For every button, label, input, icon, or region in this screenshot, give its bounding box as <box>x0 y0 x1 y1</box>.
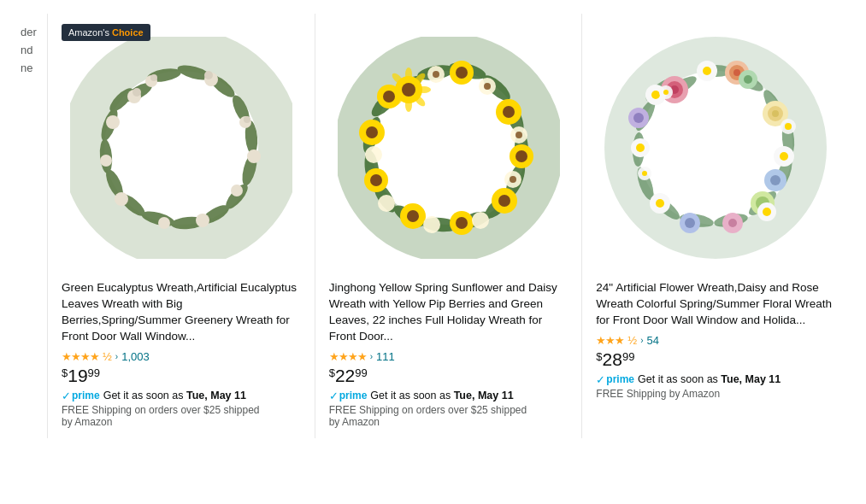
price-dollar-sign-3: $ <box>596 350 602 363</box>
prime-text-2: prime <box>339 390 368 401</box>
shipping-3: FREE Shipping by Amazon <box>596 388 835 400</box>
stars-3: ★★★ <box>596 334 624 347</box>
shipping-line2-2: by Amazon <box>329 416 380 428</box>
wreath-svg-3 <box>604 37 827 259</box>
svg-point-133 <box>744 75 752 84</box>
partial-text-3: ne <box>21 60 44 78</box>
price-cents-1: 99 <box>88 366 100 379</box>
svg-point-25 <box>115 192 128 206</box>
product-title-1[interactable]: Green Eucalyptus Wreath,Artificial Eucal… <box>62 280 301 345</box>
prime-row-3: ✓ prime Get it as soon as Tue, May 11 <box>596 373 835 386</box>
page-wrapper: der nd ne Amazon's Choice <box>0 0 866 504</box>
svg-point-121 <box>656 199 664 208</box>
stars-2: ★★★★ <box>329 350 367 363</box>
svg-point-87 <box>510 176 516 183</box>
svg-point-135 <box>728 219 737 227</box>
prime-check-icon-2: ✓ <box>329 390 339 402</box>
delivery-label-2: Get it as soon as <box>370 390 451 401</box>
product-image-2[interactable] <box>329 24 568 272</box>
svg-point-30 <box>204 71 213 79</box>
shipping-2: FREE Shipping on orders over $25 shipped… <box>329 404 568 428</box>
svg-point-80 <box>472 212 489 229</box>
shipping-line1-3: FREE Shipping by Amazon <box>596 388 720 400</box>
svg-point-140 <box>785 123 792 130</box>
svg-point-139 <box>663 90 669 95</box>
chevron-icon-2: › <box>370 352 373 361</box>
delivery-label-3: Get it as soon as <box>638 373 718 385</box>
partial-text-2: nd <box>21 42 44 60</box>
svg-point-81 <box>423 216 440 233</box>
product-card-1: Amazon's Choice <box>48 14 315 438</box>
svg-point-71 <box>370 174 382 186</box>
prime-row-2: ✓ prime Get it as soon as Tue, May 11 <box>329 390 568 402</box>
svg-point-29 <box>150 74 157 81</box>
svg-point-125 <box>651 91 660 99</box>
price-main-3: 28 <box>603 349 622 369</box>
product-image-1[interactable] <box>62 24 301 272</box>
price-row-1: $1999 <box>62 366 301 384</box>
price-main-1: 19 <box>68 366 87 385</box>
half-star-3: ½ <box>627 334 637 347</box>
rating-count-1[interactable]: 1,003 <box>121 350 150 363</box>
svg-point-49 <box>402 83 415 97</box>
svg-point-85 <box>484 83 491 90</box>
svg-point-53 <box>417 86 431 93</box>
delivery-text-1: Get it as soon as Tue, May 11 <box>103 390 246 401</box>
svg-point-61 <box>503 106 515 118</box>
svg-point-75 <box>383 91 395 103</box>
rating-count-3[interactable]: 54 <box>647 334 659 347</box>
product-title-3[interactable]: 24" Artificial Flower Wreath,Daisy and R… <box>596 280 835 329</box>
products-grid: der nd ne Amazon's Choice <box>0 14 866 438</box>
wreath-svg-1 <box>70 37 292 259</box>
prime-row-1: ✓ prime Get it as soon as Tue, May 11 <box>62 390 301 402</box>
product-card-3: 24" Artificial Flower Wreath,Daisy and R… <box>582 14 849 438</box>
chevron-icon-1: › <box>115 352 118 361</box>
svg-point-51 <box>405 98 412 112</box>
delivery-date-3: Tue, May 11 <box>721 373 781 385</box>
svg-point-82 <box>378 195 395 212</box>
prime-logo-1: ✓ prime <box>62 390 100 402</box>
svg-point-131 <box>633 113 644 123</box>
shipping-1: FREE Shipping on orders over $25 shipped… <box>62 404 301 428</box>
svg-point-22 <box>231 185 243 196</box>
product-image-3[interactable] <box>596 24 835 272</box>
svg-point-27 <box>106 115 120 129</box>
wreath-svg-2 <box>338 37 560 259</box>
shipping-line1-2: FREE Shipping on orders over $25 shipped <box>329 404 527 416</box>
svg-point-141 <box>642 171 647 176</box>
prime-check-icon-3: ✓ <box>596 373 605 386</box>
svg-point-111 <box>772 110 779 117</box>
svg-point-24 <box>158 217 170 229</box>
price-dollar-sign-2: $ <box>329 366 335 379</box>
stars-1: ★★★★ <box>62 350 99 363</box>
product-title-2[interactable]: Jinghong Yellow Spring Sunflower and Dai… <box>329 280 568 345</box>
svg-point-129 <box>685 218 695 228</box>
amazons-label: Amazon's <box>68 27 109 38</box>
prime-check-icon-1: ✓ <box>62 390 71 402</box>
rating-count-2[interactable]: 111 <box>376 350 395 363</box>
delivery-text-2: Get it as soon as Tue, May 11 <box>370 390 513 401</box>
delivery-date-1: Tue, May 11 <box>186 390 246 401</box>
svg-point-31 <box>244 116 250 123</box>
price-cents-2: 99 <box>355 366 367 379</box>
svg-point-119 <box>763 208 771 216</box>
svg-point-65 <box>498 195 510 207</box>
svg-point-28 <box>133 88 141 97</box>
shipping-line1-1: FREE Shipping on orders over $25 shipped <box>62 404 259 416</box>
price-row-3: $2899 <box>596 350 835 368</box>
prime-logo-2: ✓ prime <box>329 390 368 402</box>
rating-row-1: ★★★★½ › 1,003 <box>62 350 301 363</box>
prime-logo-3: ✓ prime <box>596 373 634 386</box>
svg-point-123 <box>636 144 645 152</box>
svg-point-117 <box>780 152 788 161</box>
svg-point-115 <box>703 67 711 75</box>
svg-point-69 <box>407 210 419 222</box>
svg-point-21 <box>247 149 261 163</box>
svg-point-67 <box>456 217 468 229</box>
svg-point-108 <box>733 69 740 76</box>
svg-point-83 <box>365 146 382 163</box>
svg-point-50 <box>405 67 412 81</box>
delivery-label-1: Get it as soon as <box>103 390 184 401</box>
rating-row-3: ★★★½ › 54 <box>596 334 835 347</box>
amazon-choice-badge: Amazon's Choice <box>62 24 150 41</box>
